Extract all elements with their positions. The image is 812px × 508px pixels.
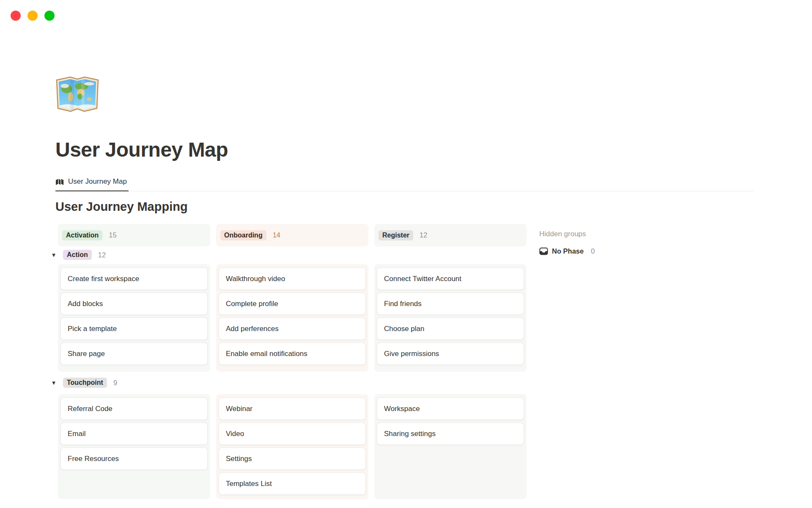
card-title: Referral Code <box>68 405 112 413</box>
board-card[interactable]: Give permissions <box>377 342 524 365</box>
touchpoint-cards-row: Referral Code Email Free Resources Webin… <box>58 394 757 499</box>
board-card[interactable]: Pick a template <box>60 318 208 340</box>
row-group-count: 9 <box>113 379 117 387</box>
card-title: Walkthrough video <box>226 275 285 283</box>
page-content: User Journey Map User Journey Map User J… <box>55 0 757 499</box>
board-card[interactable]: Free Resources <box>60 447 208 470</box>
world-map-icon-graphic <box>55 75 99 113</box>
collapse-toggle-icon[interactable]: ▼ <box>50 253 57 257</box>
row-group-badge[interactable]: Action <box>63 250 92 260</box>
card-title: Settings <box>226 455 252 463</box>
group-badge[interactable]: Activation <box>62 230 102 240</box>
board-card[interactable]: Templates List <box>219 472 366 495</box>
column-header-activation[interactable]: Activation 15 <box>58 224 210 246</box>
board-card[interactable]: Find friends <box>377 293 524 315</box>
page-title: User Journey Map <box>55 138 757 161</box>
hidden-group-no-phase[interactable]: No Phase 0 <box>539 247 666 255</box>
group-count: 14 <box>273 231 280 239</box>
board-card[interactable]: Webinar <box>219 398 366 420</box>
card-title: Webinar <box>226 405 252 413</box>
card-title: Free Resources <box>68 455 119 463</box>
card-title: Complete profile <box>226 300 278 308</box>
board-card[interactable]: Choose plan <box>377 318 524 340</box>
row-group-count: 12 <box>98 251 106 259</box>
card-title: Sharing settings <box>384 430 436 438</box>
view-tabbar: User Journey Map <box>55 174 753 191</box>
board-card[interactable]: Add perferences <box>219 318 366 340</box>
card-title: Find friends <box>384 300 422 308</box>
board-card[interactable]: Email <box>60 422 208 445</box>
board-card[interactable]: Share page <box>60 342 208 365</box>
hidden-groups-panel: Hidden groups No Phase 0 <box>539 224 666 255</box>
collapse-toggle-icon[interactable]: ▼ <box>50 381 57 385</box>
card-title: Workspace <box>384 405 420 413</box>
group-count: 15 <box>109 231 116 239</box>
board-card[interactable]: Connect Twitter Account <box>377 268 524 290</box>
card-title: Choose plan <box>384 325 424 333</box>
touchpoint-activation-column: Referral Code Email Free Resources <box>58 394 210 499</box>
board-card[interactable]: Video <box>219 422 366 445</box>
card-title: Give permissions <box>384 350 439 358</box>
group-badge[interactable]: Onboarding <box>220 230 266 240</box>
board-card[interactable]: Add blocks <box>60 293 208 315</box>
column-header-register[interactable]: Register 12 <box>374 224 527 246</box>
zoom-window-button[interactable] <box>44 11 55 21</box>
card-title: Video <box>226 430 244 438</box>
touchpoint-register-column: Workspace Sharing settings <box>374 394 527 499</box>
hidden-group-count: 0 <box>591 247 595 255</box>
group-badge[interactable]: Register <box>379 230 413 240</box>
board-card[interactable]: Walkthrough video <box>219 268 366 290</box>
card-title: Enable email notifications <box>226 350 307 358</box>
card-title: Add blocks <box>68 300 103 308</box>
world-map-icon[interactable] <box>55 75 99 113</box>
card-title: Email <box>68 430 86 438</box>
board-card[interactable]: Settings <box>219 447 366 470</box>
hidden-groups-label: Hidden groups <box>539 230 666 238</box>
column-header-onboarding[interactable]: Onboarding 14 <box>216 224 368 246</box>
card-title: Templates List <box>226 480 272 488</box>
board-card[interactable]: Complete profile <box>219 293 366 315</box>
board-card[interactable]: Referral Code <box>60 398 208 420</box>
card-title: Pick a template <box>68 325 117 333</box>
tab-label: User Journey Map <box>68 177 127 186</box>
group-count: 12 <box>420 231 427 239</box>
action-onboarding-column: Walkthrough video Complete profile Add p… <box>216 264 368 372</box>
inbox-tray-icon <box>539 247 548 255</box>
board-card[interactable]: Create first workspace <box>60 268 208 290</box>
hidden-group-label: No Phase <box>552 247 584 255</box>
action-activation-column: Create first workspace Add blocks Pick a… <box>58 264 210 372</box>
board: Activation 15 Onboarding 14 Register 12 … <box>55 224 757 499</box>
window-controls <box>11 11 55 21</box>
board-heading: User Journey Mapping <box>55 199 757 214</box>
action-cards-row: Create first workspace Add blocks Pick a… <box>58 264 757 372</box>
touchpoint-onboarding-column: Webinar Video Settings Templates List <box>216 394 368 499</box>
card-title: Create first workspace <box>68 275 139 283</box>
row-group-touchpoint: ▼ Touchpoint 9 <box>50 377 757 389</box>
tab-user-journey-map[interactable]: User Journey Map <box>55 174 129 191</box>
board-card[interactable]: Enable email notifications <box>219 342 366 365</box>
board-card[interactable]: Workspace <box>377 398 524 420</box>
action-register-column: Connect Twitter Account Find friends Cho… <box>374 264 527 372</box>
card-title: Add perferences <box>226 325 279 333</box>
close-window-button[interactable] <box>11 11 21 21</box>
minimize-window-button[interactable] <box>27 11 38 21</box>
card-title: Connect Twitter Account <box>384 275 461 283</box>
board-card[interactable]: Sharing settings <box>377 422 524 445</box>
board-map-icon <box>55 178 64 185</box>
row-group-badge[interactable]: Touchpoint <box>63 378 107 388</box>
card-title: Share page <box>68 350 105 358</box>
